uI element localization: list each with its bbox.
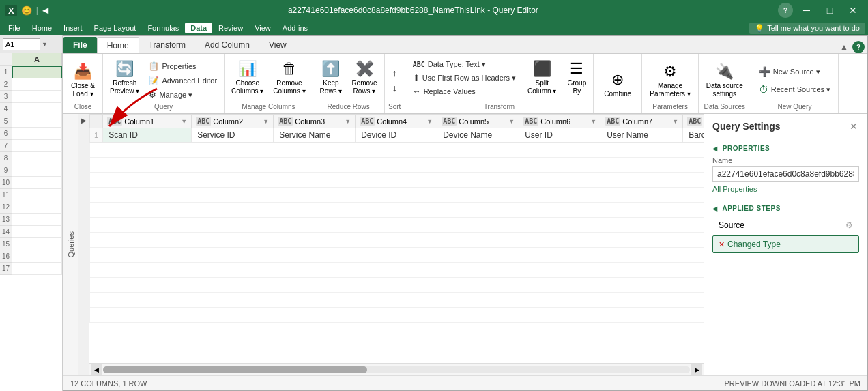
- menu-page-layout[interactable]: Page Layout: [89, 23, 142, 33]
- scroll-right-btn[interactable]: ▶: [691, 364, 702, 375]
- new-source-btn[interactable]: ➕ New Source ▾: [754, 63, 835, 80]
- menu-review[interactable]: Review: [213, 23, 248, 33]
- menu-data[interactable]: Data: [185, 23, 212, 33]
- col5-dropdown[interactable]: ▼: [508, 118, 515, 125]
- name-box[interactable]: [3, 38, 40, 50]
- keep-rows-btn[interactable]: ⬆️ KeepRows ▾: [316, 58, 347, 98]
- col-header-3[interactable]: ABC Column3 ▼: [274, 115, 356, 128]
- excel-cell-2[interactable]: [12, 78, 62, 91]
- cell-1-4[interactable]: Device ID: [356, 128, 437, 143]
- cell-1-7[interactable]: User Name: [601, 128, 683, 143]
- tab-file[interactable]: File: [63, 37, 97, 53]
- col-header-5[interactable]: ABC Column5 ▼: [437, 115, 519, 128]
- step-source-gear[interactable]: ⚙: [845, 220, 853, 230]
- excel-cell-4[interactable]: [12, 103, 62, 115]
- step-source[interactable]: Source ⚙: [712, 216, 859, 234]
- data-table-scroll[interactable]: ABC Column1 ▼ ABC Column2 ▼: [89, 114, 704, 363]
- tab-add-column[interactable]: Add Column: [195, 37, 259, 53]
- manage-btn[interactable]: ⚙ Manage ▾: [145, 89, 221, 102]
- choose-columns-btn[interactable]: 📊 ChooseColumns ▾: [227, 58, 267, 98]
- cell-1-5[interactable]: Device Name: [437, 128, 519, 143]
- combine-btn[interactable]: ⊕ Combine: [599, 65, 636, 104]
- menu-insert[interactable]: Insert: [58, 23, 88, 33]
- ribbon-collapse-up[interactable]: ▲: [837, 41, 851, 53]
- col-header-8[interactable]: ABC Colum... ▼: [683, 115, 704, 128]
- excel-cell-14[interactable]: [12, 226, 62, 238]
- split-column-btn[interactable]: ⬛ SplitColumn ▾: [523, 58, 560, 98]
- scroll-left-btn[interactable]: ◀: [91, 364, 102, 375]
- step-changed-type[interactable]: ✕ Changed Type: [712, 235, 859, 253]
- excel-col-a[interactable]: A: [12, 53, 62, 66]
- step-x-icon[interactable]: ✕: [719, 240, 725, 249]
- cell-1-8[interactable]: Barcode: [683, 128, 704, 143]
- col1-dropdown[interactable]: ▼: [181, 118, 187, 125]
- sort-asc-btn[interactable]: ↑: [388, 66, 401, 80]
- manage-parameters-btn[interactable]: ⚙ ManageParameters ▾: [645, 61, 695, 100]
- recent-sources-btn[interactable]: ⏱ Recent Sources ▾: [754, 81, 835, 98]
- excel-cell-5[interactable]: [12, 115, 62, 128]
- use-first-row-btn[interactable]: ⬆ Use First Row as Headers ▾: [408, 72, 521, 85]
- qs-close-btn[interactable]: ✕: [848, 119, 859, 133]
- collapse-icon[interactable]: ◀: [712, 145, 718, 152]
- scroll-track-h[interactable]: [103, 366, 690, 373]
- col2-dropdown[interactable]: ▼: [263, 118, 269, 125]
- scroll-thumb-h[interactable]: [103, 366, 367, 373]
- col-header-6[interactable]: ABC Column6 ▼: [519, 115, 601, 128]
- horizontal-scrollbar[interactable]: ◀ ▶: [89, 363, 704, 375]
- help-btn[interactable]: ?: [778, 3, 793, 18]
- queries-sidebar[interactable]: Queries: [63, 114, 78, 375]
- col7-dropdown[interactable]: ▼: [672, 118, 678, 125]
- tab-home[interactable]: Home: [97, 37, 139, 53]
- excel-cell-3[interactable]: [12, 91, 62, 103]
- remove-rows-btn[interactable]: ✖️ RemoveRows ▾: [347, 58, 381, 98]
- steps-collapse-icon[interactable]: ◀: [712, 205, 718, 212]
- menu-formulas[interactable]: Formulas: [142, 23, 184, 33]
- expand-panel-btn[interactable]: ▶: [78, 114, 89, 375]
- close-btn[interactable]: ✕: [843, 3, 863, 18]
- col-header-7[interactable]: ABC Column7 ▼: [601, 115, 683, 128]
- menu-home[interactable]: Home: [27, 23, 57, 33]
- properties-btn[interactable]: 📋 Properties: [145, 60, 221, 73]
- excel-cell-7[interactable]: [12, 140, 62, 152]
- excel-cell-10[interactable]: [12, 177, 62, 189]
- cell-1-2[interactable]: Service ID: [192, 128, 274, 143]
- menu-addins[interactable]: Add-ins: [277, 23, 313, 33]
- menu-file[interactable]: File: [3, 23, 26, 33]
- col6-dropdown[interactable]: ▼: [590, 118, 596, 125]
- all-properties-link[interactable]: All Properties: [712, 185, 859, 193]
- col3-dropdown[interactable]: ▼: [345, 118, 351, 125]
- excel-cell-9[interactable]: [12, 164, 62, 177]
- qs-name-input[interactable]: [712, 166, 859, 182]
- col-header-1[interactable]: ABC Column1 ▼: [103, 115, 192, 128]
- excel-cell-8[interactable]: [12, 152, 62, 164]
- data-type-btn[interactable]: ABC Data Type: Text ▾: [408, 58, 521, 71]
- tell-me[interactable]: 💡 Tell me what you want to do: [749, 23, 865, 34]
- data-source-settings-btn[interactable]: 🔌 Data sourcesettings: [701, 61, 748, 100]
- cell-1-6[interactable]: User ID: [519, 128, 601, 143]
- excel-cell-6[interactable]: [12, 128, 62, 140]
- advanced-editor-btn[interactable]: 📝 Advanced Editor: [145, 74, 221, 87]
- replace-values-btn[interactable]: ↔ Replace Values: [408, 85, 521, 98]
- excel-cell-17[interactable]: [12, 263, 62, 275]
- excel-cell-16[interactable]: [12, 250, 62, 263]
- col-header-4[interactable]: ABC Column4 ▼: [356, 115, 437, 128]
- cell-1-1[interactable]: Scan ID: [103, 128, 192, 143]
- tab-transform[interactable]: Transform: [139, 37, 195, 53]
- help-icon[interactable]: ?: [852, 41, 865, 53]
- maximize-btn[interactable]: □: [820, 3, 839, 18]
- remove-columns-btn[interactable]: 🗑 RemoveColumns ▾: [269, 58, 309, 98]
- menu-view[interactable]: View: [249, 23, 276, 33]
- col-header-2[interactable]: ABC Column2 ▼: [192, 115, 274, 128]
- sort-desc-btn[interactable]: ↓: [388, 81, 401, 95]
- cell-1-3[interactable]: Service Name: [274, 128, 356, 143]
- excel-cell-11[interactable]: [12, 189, 62, 201]
- tab-view[interactable]: View: [259, 37, 296, 53]
- excel-cell-1[interactable]: [12, 66, 62, 78]
- excel-cell-13[interactable]: [12, 214, 62, 226]
- refresh-preview-btn[interactable]: 🔄 RefreshPreview ▾: [106, 58, 143, 98]
- close-load-btn[interactable]: 📥 Close &Load ▾: [66, 61, 100, 100]
- minimize-btn[interactable]: ─: [797, 3, 816, 18]
- excel-cell-15[interactable]: [12, 238, 62, 250]
- col4-dropdown[interactable]: ▼: [426, 118, 433, 125]
- excel-cell-12[interactable]: [12, 201, 62, 214]
